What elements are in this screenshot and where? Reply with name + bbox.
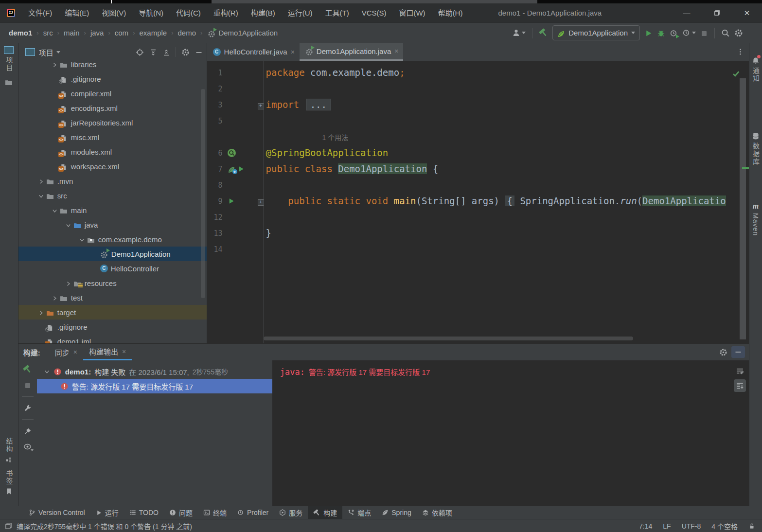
run-configuration-select[interactable]: Demo1Application [552,25,640,40]
menu-run[interactable]: 运行(U) [282,3,319,22]
close-tab-icon[interactable]: × [291,48,295,56]
toolwindow-todo[interactable]: TODO [124,506,164,519]
chevron-down-icon[interactable] [52,208,58,214]
build-console[interactable]: java:警告: 源发行版 17 需要目标发行版 17 [272,360,749,506]
chevron-right-icon[interactable] [65,281,71,287]
lock-icon[interactable] [748,523,755,530]
tree-item-demo1-iml[interactable]: demo1.iml [18,334,207,343]
toolwindow-problems[interactable]: 问题 [164,506,198,519]
close-tab-icon[interactable]: × [394,47,398,55]
toolwindow-version-control[interactable]: Version Control [23,506,90,519]
code-with-me-icon[interactable] [747,28,756,37]
locate-file-button[interactable] [136,48,144,57]
close-button[interactable]: ✕ [732,3,762,22]
toolwindow-project-button[interactable]: 项目 [4,43,14,75]
status-message[interactable]: 编译完成2秒755毫秒中 1 个错误 和 0 个警告 (1 分钟 之前) [17,521,192,531]
toolwindow-terminal[interactable]: 终端 [198,506,232,519]
tree-item-libraries[interactable]: libraries [18,57,207,71]
run-button[interactable] [644,28,653,37]
tab-build-output[interactable]: 构建输出 × [83,344,132,360]
stop-build-button[interactable] [24,381,32,390]
code-content[interactable]: 1 package com.example.demo; 2 3 + import… [207,61,749,257]
breadcrumb-demo[interactable]: demo [178,29,196,37]
toolwindow-bookmarks-button[interactable]: 书签 [4,466,14,506]
expand-all-button[interactable] [149,48,157,56]
filter-view-button[interactable] [23,442,32,451]
toolwindow-services[interactable]: 服务 [274,506,308,519]
editor-horizontal-scrollbar[interactable] [264,337,633,340]
toolwindow-folder-button[interactable] [5,75,13,90]
project-scrollbar[interactable] [201,89,205,298]
breadcrumb-project[interactable]: demo1 [9,29,32,37]
collapse-all-button[interactable] [162,48,170,56]
rerun-build-button[interactable] [23,364,32,374]
breadcrumb-com[interactable]: com [115,29,128,37]
run-gutter-icon[interactable] [237,165,245,173]
tab-sync[interactable]: 同步 × [49,344,83,360]
breadcrumb-example[interactable]: example [139,29,167,37]
chevron-right-icon[interactable] [38,310,44,316]
toolwindow-maven-button[interactable]: m Maven [752,198,760,239]
inspections-ok-check-icon[interactable] [732,69,740,78]
menu-vcs[interactable]: VCS(S) [355,3,393,22]
tree-item-src[interactable]: src [18,188,207,203]
project-panel-title[interactable]: 项目 [39,47,53,57]
window-stack-icon[interactable] [5,522,12,530]
toolwindow-profiler[interactable]: Profiler [232,506,274,519]
chevron-down-icon[interactable] [79,237,85,243]
tree-item-resources[interactable]: resources [18,276,207,290]
chevron-down-icon[interactable] [65,222,71,229]
search-everywhere-button[interactable] [721,28,730,37]
tree-item-gitignore-root[interactable]: .gitignore [18,319,207,334]
file-encoding[interactable]: UTF-8 [682,522,701,530]
chevron-right-icon[interactable] [38,178,44,185]
tree-item-test[interactable]: test [18,290,207,305]
chevron-down-icon[interactable] [44,369,50,375]
indent-setting[interactable]: 4 个空格 [711,521,738,531]
toolwindow-notifications-button[interactable]: 通知 [751,53,761,86]
toolwindow-database-button[interactable]: 数据库 [751,129,761,169]
close-tab-icon[interactable]: × [73,348,77,356]
close-tab-icon[interactable]: × [122,348,126,355]
menu-file[interactable]: 文件(F) [22,3,58,22]
toolwindow-structure-button[interactable]: 结构 [4,434,14,466]
tree-item-package[interactable]: com.example.demo [18,232,207,247]
toolwindow-endpoints[interactable]: 端点 [342,506,376,519]
menu-window[interactable]: 窗口(W) [392,3,431,22]
menu-help[interactable]: 帮助(H) [432,3,469,22]
spring-bean-gutter-icon[interactable] [228,165,236,173]
toolwindow-dependencies[interactable]: 依赖项 [417,506,458,519]
tree-item-modules-xml[interactable]: modules.xml [18,144,207,159]
chevron-right-icon[interactable] [52,295,58,301]
build-warning-row[interactable]: 警告: 源发行版 17 需要目标发行版 17 [37,379,272,393]
pin-tab-button[interactable] [24,426,32,435]
toolwindow-build[interactable]: 构建 [308,506,342,519]
breadcrumb-src[interactable]: src [43,29,53,37]
tree-item-target[interactable]: target [18,305,207,319]
tree-item-java[interactable]: java [18,217,207,232]
tree-item-demo1application[interactable]: Demo1Application [18,247,207,261]
menu-view[interactable]: 视图(V) [95,3,132,22]
run-main-gutter-icon[interactable] [228,197,235,205]
hide-panel-button[interactable] [195,48,203,56]
tree-item-misc-xml[interactable]: misc.xml [18,130,207,144]
build-project-button[interactable] [539,28,548,38]
settings-button[interactable] [734,28,743,37]
editor-scrollbar[interactable] [740,78,746,339]
menu-tools[interactable]: 工具(T) [319,3,355,22]
build-wrench-button[interactable] [24,404,32,412]
scroll-to-end-button[interactable] [734,379,746,392]
breadcrumb-class[interactable]: Demo1Application [218,29,278,37]
hide-build-panel-button[interactable] [731,346,745,358]
debug-button[interactable] [657,28,665,37]
toolwindow-spring[interactable]: Spring [376,506,416,519]
stop-button[interactable] [700,28,708,37]
user-account-button[interactable] [512,29,526,37]
toolwindow-run[interactable]: 运行 [90,506,124,519]
build-settings-button[interactable] [719,348,727,357]
menu-edit[interactable]: 编辑(E) [58,3,95,22]
tab-hellocontroller[interactable]: HelloController.java × [207,43,300,61]
restore-button[interactable] [702,3,732,22]
breadcrumb-java[interactable]: java [90,29,104,37]
menu-refactor[interactable]: 重构(R) [207,3,245,22]
